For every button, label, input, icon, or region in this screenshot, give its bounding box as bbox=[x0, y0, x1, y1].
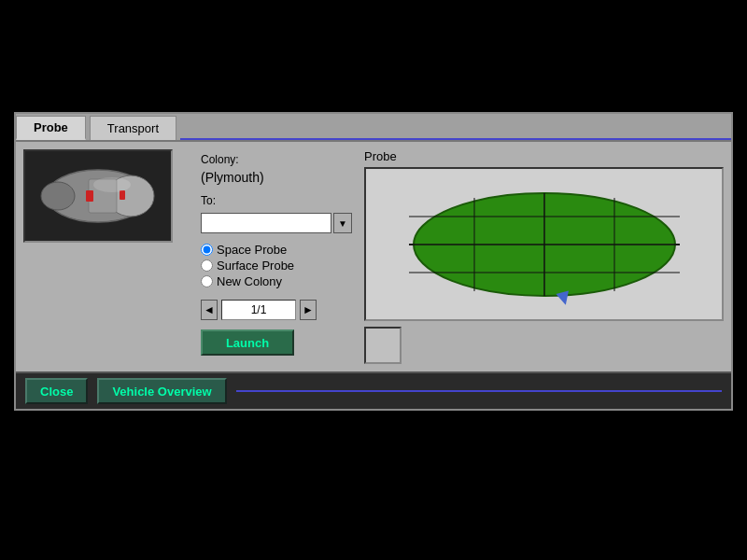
probe-display-title: Probe bbox=[364, 149, 724, 163]
main-window: Probe Transport bbox=[14, 112, 733, 411]
colony-name: (Plymouth) bbox=[201, 170, 355, 185]
vehicle-overview-button[interactable]: Vehicle Overview bbox=[97, 378, 226, 404]
radio-new-colony[interactable]: New Colony bbox=[201, 274, 355, 288]
content-area: Colony: (Plymouth) To: ▼ Space Probe Su bbox=[16, 142, 731, 371]
counter-decrement-btn[interactable]: ◄ bbox=[201, 300, 218, 320]
launch-button[interactable]: Launch bbox=[201, 329, 294, 356]
right-panel: Probe bbox=[364, 149, 724, 364]
close-button[interactable]: Close bbox=[25, 378, 88, 404]
svg-rect-4 bbox=[120, 190, 125, 200]
tab-bar: Probe Transport bbox=[16, 114, 731, 142]
probe-orbit-svg bbox=[390, 179, 698, 310]
destination-dropdown[interactable] bbox=[201, 213, 331, 233]
dropdown-row: ▼ bbox=[201, 213, 355, 233]
tab-line bbox=[180, 138, 731, 140]
svg-rect-3 bbox=[86, 190, 93, 202]
radio-surface-probe[interactable]: Surface Probe bbox=[201, 259, 355, 273]
dropdown-arrow-btn[interactable]: ▼ bbox=[333, 213, 352, 233]
probe-ship-svg bbox=[37, 159, 159, 233]
counter-input[interactable] bbox=[221, 300, 296, 320]
probe-info-box bbox=[364, 327, 402, 364]
counter-increment-btn[interactable]: ► bbox=[300, 300, 317, 320]
bottom-line bbox=[236, 390, 722, 392]
bottom-bar: Close Vehicle Overview bbox=[16, 371, 731, 409]
radio-group: Space Probe Surface Probe New Colony bbox=[201, 243, 355, 288]
svg-point-5 bbox=[41, 182, 75, 210]
tab-transport[interactable]: Transport bbox=[90, 116, 176, 140]
middle-panel: Colony: (Plymouth) To: ▼ Space Probe Su bbox=[201, 149, 355, 364]
left-panel bbox=[23, 149, 191, 364]
probe-display-area bbox=[364, 167, 724, 321]
to-label: To: bbox=[201, 194, 355, 207]
svg-point-6 bbox=[93, 177, 131, 192]
tab-probe[interactable]: Probe bbox=[16, 116, 86, 140]
radio-space-probe[interactable]: Space Probe bbox=[201, 243, 355, 257]
colony-label: Colony: bbox=[201, 153, 355, 166]
counter-row: ◄ ► bbox=[201, 300, 355, 320]
ship-image bbox=[23, 149, 173, 243]
